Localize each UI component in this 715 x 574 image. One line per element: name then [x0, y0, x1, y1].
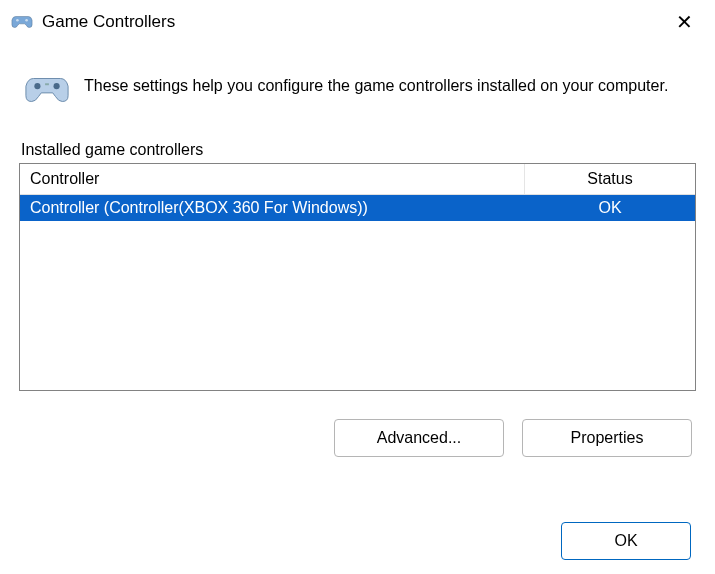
svg-point-3: [54, 83, 60, 89]
list-item[interactable]: Controller (Controller(XBOX 360 For Wind…: [20, 195, 695, 221]
window-title: Game Controllers: [42, 12, 666, 32]
column-header-status[interactable]: Status: [525, 164, 695, 194]
group-button-row: Advanced... Properties: [19, 419, 696, 457]
footer: OK: [561, 522, 691, 560]
controller-large-icon: [24, 72, 70, 112]
controller-icon: [10, 12, 34, 32]
controller-list[interactable]: Controller Status Controller (Controller…: [19, 163, 696, 391]
svg-point-2: [34, 83, 40, 89]
list-header: Controller Status: [20, 164, 695, 195]
titlebar: Game Controllers ✕: [0, 0, 715, 44]
advanced-button[interactable]: Advanced...: [334, 419, 504, 457]
cell-status: OK: [525, 195, 695, 221]
svg-point-0: [16, 19, 19, 22]
info-row: These settings help you configure the ga…: [18, 54, 697, 134]
ok-button[interactable]: OK: [561, 522, 691, 560]
cell-controller: Controller (Controller(XBOX 360 For Wind…: [20, 195, 525, 221]
close-icon[interactable]: ✕: [666, 6, 703, 38]
column-header-controller[interactable]: Controller: [20, 164, 525, 194]
svg-rect-4: [45, 83, 49, 85]
svg-point-1: [25, 19, 28, 22]
info-text: These settings help you configure the ga…: [84, 72, 668, 97]
installed-controllers-group: Installed game controllers Controller St…: [18, 140, 697, 458]
group-label: Installed game controllers: [19, 141, 205, 159]
properties-button[interactable]: Properties: [522, 419, 692, 457]
content-area: These settings help you configure the ga…: [0, 44, 715, 472]
